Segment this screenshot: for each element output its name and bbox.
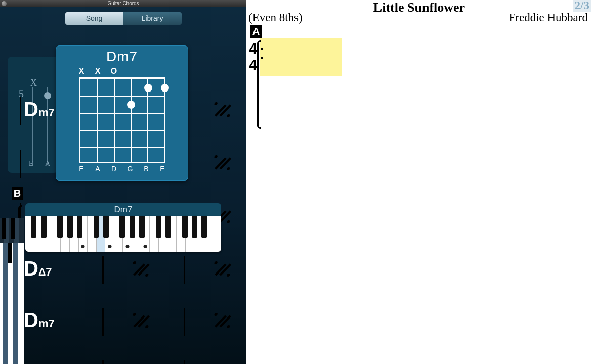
string-label: B: [140, 165, 152, 173]
piano-chord-name: Dm7: [25, 203, 221, 216]
barline: [102, 308, 104, 336]
timesig-bot: 4: [249, 59, 257, 71]
barline: [184, 256, 185, 284]
repeat-start-dots: [261, 40, 263, 71]
piano-keyboard: [25, 216, 221, 252]
barline: [184, 360, 185, 364]
string-label: E: [156, 165, 168, 173]
barline: [102, 360, 104, 364]
barline: [20, 150, 21, 178]
finger-dot: [161, 84, 169, 92]
view-tabs: Song Library: [65, 12, 182, 25]
next-chord-card[interactable]: X 5 E A BADm7E♭Δ7DΔ7Dm7: [8, 57, 58, 173]
fretboard-diagram: X X O: [75, 67, 168, 173]
chord-symbol: Dm7: [24, 309, 55, 332]
next-piano[interactable]: [0, 243, 24, 364]
chord-name: Dm7: [56, 49, 188, 65]
section-marker-b: B: [12, 187, 23, 200]
string-marker: X: [75, 67, 88, 76]
finger-dot: [144, 84, 152, 92]
string-label: G: [124, 165, 136, 173]
style-label: (Even 8ths): [248, 11, 303, 24]
string-marker: [124, 67, 136, 76]
window-titlebar: Guitar Chords: [0, 0, 246, 7]
section-marker-a: A: [250, 25, 262, 38]
string-label: D: [108, 165, 120, 173]
composer: Freddie Hubbard: [509, 11, 588, 24]
barline: [184, 308, 185, 336]
chord-symbol: DΔ7: [24, 257, 52, 280]
current-bar-highlight: [260, 38, 342, 76]
tab-library[interactable]: Library: [123, 12, 182, 25]
string-marker: [156, 67, 168, 76]
string-marker: X: [92, 67, 104, 76]
chord-symbol: Dm7: [24, 98, 55, 121]
lead-sheet[interactable]: Little Sunflower (Even 8ths) Freddie Hub…: [246, 0, 592, 364]
close-icon[interactable]: [2, 1, 7, 6]
barline: [20, 97, 21, 125]
string-label: E: [75, 165, 88, 173]
page-indicator[interactable]: 2/3: [573, 0, 591, 12]
tab-song[interactable]: Song: [65, 12, 123, 25]
string-label: A: [92, 165, 104, 173]
piano-card[interactable]: Dm7: [25, 203, 221, 252]
chord-carousel[interactable]: X 5 E A BADm7E♭Δ7DΔ7Dm7 Dm7 X X O: [0, 46, 246, 185]
string-label: A: [45, 160, 50, 168]
string-mute-marker: X: [30, 78, 37, 88]
string-marker: [140, 67, 152, 76]
timesig-top: 4: [249, 42, 257, 55]
window-title: Guitar Chords: [107, 1, 139, 6]
barline: [102, 256, 104, 284]
current-chord-card[interactable]: Dm7 X X O: [56, 46, 188, 181]
string-label: E: [29, 160, 33, 168]
chords-panel: Guitar Chords Song Library X 5 E A BADm7…: [0, 0, 246, 364]
string-marker: O: [108, 67, 120, 76]
finger-dot: [127, 101, 135, 109]
